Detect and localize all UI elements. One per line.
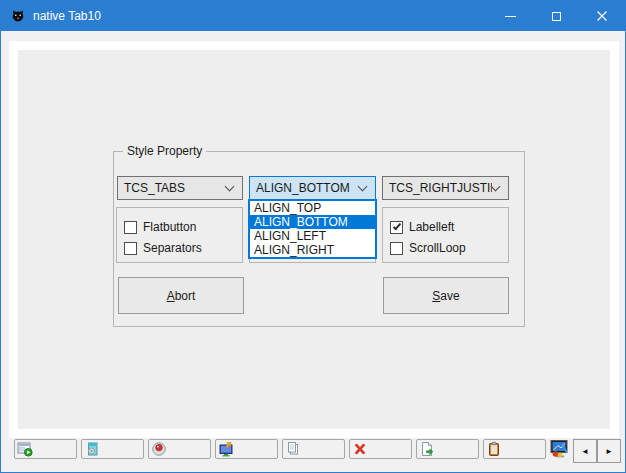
toolbar-panel-record[interactable] [148,439,211,459]
run-form-icon [17,441,33,457]
minimize-button[interactable] [487,1,533,31]
abort-button-accesskey: A [167,289,175,303]
setup-package-icon [84,441,100,457]
dropdown-option-align-top[interactable]: ALIGN_TOP [250,201,375,215]
close-button[interactable] [579,1,625,31]
dropdown-option-align-left[interactable]: ALIGN_LEFT [250,229,375,243]
maximize-icon [552,12,561,21]
separators-checkbox[interactable] [124,242,137,255]
chevron-down-icon [491,182,501,192]
abort-button-label: bort [175,289,196,303]
toolbar-panel-run[interactable] [14,439,77,459]
scroll-left-button[interactable]: ◄ [573,439,597,463]
align-combobox[interactable]: ALIGN_BOTTOM [249,176,376,200]
delete-icon [352,441,368,457]
align-combobox-value: ALIGN_BOTTOM [250,181,359,195]
save-button[interactable]: Save [383,277,509,314]
arrow-right-icon: ► [605,447,613,456]
scroll-right-button[interactable]: ► [597,439,621,463]
chevron-down-icon [358,182,368,192]
toolbar-panel-clipboard[interactable] [483,439,546,459]
tabs-combobox-value: TCS_TABS [118,181,226,195]
copy-icon [285,441,301,457]
minimize-icon [505,16,516,17]
export-document-icon [419,441,435,457]
labelleft-label: Labelleft [409,220,454,234]
flatbutton-label: Flatbutton [143,220,196,234]
justify-combobox[interactable]: TCS_RIGHTJUSTIFY [382,176,509,200]
close-icon [597,11,607,21]
window-title: native Tab10 [33,9,101,23]
toolbar-panel-delete[interactable] [349,439,412,459]
record-icon [151,441,167,457]
save-button-label: ave [440,289,459,303]
scrollloop-label: ScrollLoop [409,241,466,255]
labelleft-checkbox[interactable] [390,221,403,234]
left-checkbox-frame: Flatbutton Separators [116,207,243,263]
clipboard-icon [486,441,502,457]
align-dropdown-list: ALIGN_TOP ALIGN_BOTTOM ALIGN_LEFT ALIGN_… [248,199,377,259]
separators-label: Separators [143,241,202,255]
tabs-combobox[interactable]: TCS_TABS [117,176,243,200]
toolbar-panel-copy[interactable] [282,439,345,459]
toolbar-panel-capture[interactable] [215,439,278,459]
flatbutton-checkbox[interactable] [124,221,137,234]
groupbox-title: Style Property [123,144,206,158]
dropdown-option-align-bottom[interactable]: ALIGN_BOTTOM [250,215,375,229]
dropdown-option-align-right[interactable]: ALIGN_RIGHT [250,243,375,257]
display-properties-button[interactable] [549,438,570,459]
scrollloop-checkbox[interactable] [390,242,403,255]
toolbar-panel-setup[interactable] [81,439,144,459]
display-properties-icon [549,438,570,459]
maximize-button[interactable] [533,1,579,31]
screen-capture-icon [218,441,234,457]
titlebar: native Tab10 [1,1,625,31]
app-panther-icon [10,8,26,24]
app-window: native Tab10 Style Property TCS_TABS ALI… [0,0,626,473]
toolbar-panel-export[interactable] [416,439,479,459]
chevron-down-icon [225,182,235,192]
checkmark-icon [393,221,401,230]
justify-combobox-value: TCS_RIGHTJUSTIFY [383,181,492,195]
abort-button[interactable]: Abort [118,277,244,314]
right-checkbox-frame: Labelleft ScrollLoop [382,207,509,263]
arrow-left-icon: ◄ [581,447,589,456]
